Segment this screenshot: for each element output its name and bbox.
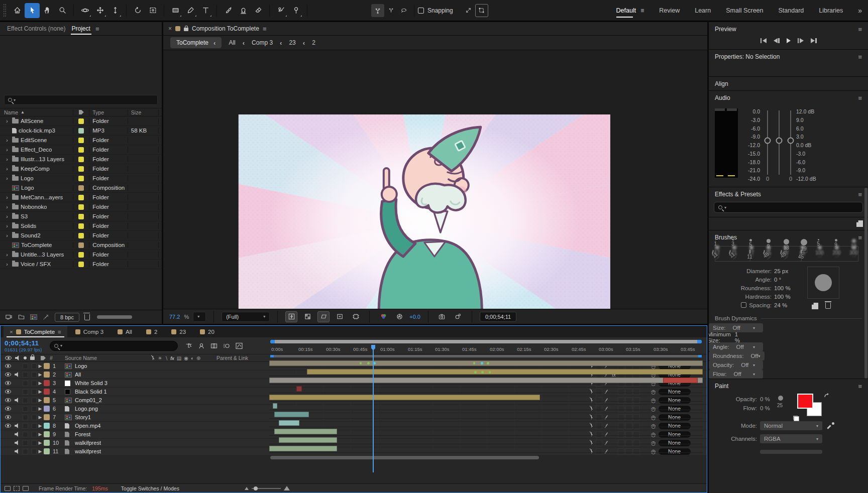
zoom-value[interactable]: 77.2 (169, 314, 180, 320)
layer-bar-lane[interactable] (269, 444, 703, 453)
close-icon[interactable]: × (10, 329, 13, 335)
panel-menu-icon[interactable]: ≡ (858, 383, 862, 390)
layer-video-toggle[interactable] (5, 373, 11, 377)
viewer-stage[interactable] (163, 50, 707, 309)
mask-visibility-button[interactable] (317, 311, 330, 322)
panel-menu-icon[interactable]: ≡ (263, 26, 267, 32)
layer-expand-chevron-icon[interactable]: ▶ (37, 372, 44, 377)
brush-preset[interactable]: 11 (749, 257, 750, 261)
layer-bar-lane[interactable] (269, 410, 703, 419)
layer-label-chip[interactable] (44, 431, 50, 437)
source-name-column-header[interactable]: Source Name (65, 355, 150, 361)
previous-frame-button[interactable] (774, 37, 780, 45)
parent-link-column-header[interactable]: Parent & Link (211, 355, 269, 361)
layer-expand-chevron-icon[interactable]: ▶ (37, 440, 44, 445)
paint-flow-value[interactable]: 0 % (760, 405, 770, 411)
layer-solo-cell[interactable] (23, 372, 28, 378)
horizontal-scrollbar[interactable] (97, 315, 132, 319)
layer-solo-cell[interactable] (23, 398, 28, 403)
expand-chevron-icon[interactable]: › (4, 214, 10, 219)
layer-label-chip[interactable] (44, 423, 50, 429)
project-item-row[interactable]: › Illustr...13 Layers Folder (0, 155, 162, 164)
label-color-chip[interactable] (78, 118, 84, 124)
layer-audio-toggle[interactable] (15, 423, 19, 428)
workspace-tab[interactable]: Review≡ (659, 5, 680, 17)
layer-bar-lane[interactable] (269, 385, 703, 393)
snap-features-button[interactable] (384, 4, 397, 17)
audio-slider-right[interactable]: 0 (790, 110, 791, 175)
brush-tool[interactable] (221, 3, 236, 18)
workspace-overflow-chevron[interactable]: » (858, 7, 862, 15)
layer-duration-bar[interactable] (307, 369, 703, 375)
workspace-menu-icon[interactable]: ≡ (640, 7, 644, 14)
layer-duration-bar[interactable] (279, 420, 299, 426)
brush-preset[interactable]: 300 (852, 253, 856, 257)
project-item-row[interactable]: › Sound2 Folder (0, 231, 162, 240)
layer-expand-chevron-icon[interactable]: ▶ (37, 406, 44, 411)
dynamics-value-dropdown[interactable]: Off▾ (737, 360, 759, 369)
zoom-dropdown[interactable]: ▾ (193, 312, 206, 322)
project-item-row[interactable]: › EditScene Folder (0, 136, 162, 145)
label-color-chip[interactable] (78, 138, 84, 143)
brush-preset[interactable]: 200 (835, 253, 839, 257)
layer-solo-cell[interactable] (23, 381, 28, 386)
label-column-icon[interactable] (41, 356, 46, 360)
label-color-chip[interactable] (78, 214, 84, 219)
layer-audio-toggle[interactable] (15, 432, 19, 437)
zoom-in-mountain-icon[interactable] (284, 486, 290, 490)
layer-audio-toggle[interactable] (15, 398, 19, 403)
layer-lock-cell[interactable] (32, 398, 37, 403)
layer-bar-lane[interactable] (269, 376, 703, 385)
layer-bar-lane[interactable] (269, 402, 703, 410)
brush-property-value[interactable]: 24 % (774, 302, 800, 308)
layer-lock-cell[interactable] (32, 389, 37, 395)
toolbar-grip[interactable] (3, 4, 7, 18)
zoom-out-mountain-icon[interactable] (245, 487, 249, 490)
expand-chevron-icon[interactable]: › (4, 157, 10, 162)
next-frame-button[interactable] (798, 37, 804, 45)
video-column-icon[interactable] (5, 356, 12, 360)
layer-label-chip[interactable] (44, 372, 50, 378)
dynamics-value-dropdown[interactable]: Off▾ (732, 342, 759, 351)
layer-duration-bar[interactable] (269, 378, 703, 383)
label-color-chip[interactable] (78, 223, 84, 229)
brush-property-value[interactable]: 0 ° (774, 277, 800, 283)
pan-camera-tool[interactable] (92, 3, 107, 18)
hide-shy-layers-icon[interactable] (197, 342, 205, 350)
default-colors-icon[interactable] (793, 416, 798, 420)
brush-property-row[interactable]: Diameter: 25 px (715, 267, 800, 275)
first-frame-button[interactable] (761, 37, 767, 45)
mini-flowchart-icon[interactable] (185, 342, 193, 350)
workspace-tab[interactable]: Learn≡ (695, 5, 711, 17)
panel-menu-icon[interactable]: ≡ (58, 329, 61, 335)
column-label[interactable] (74, 110, 88, 114)
panel-menu-icon[interactable]: ≡ (95, 26, 99, 32)
lock-icon[interactable] (184, 28, 188, 31)
keyframe-marker[interactable] (473, 362, 476, 364)
layer-video-toggle[interactable] (5, 424, 11, 428)
timeline-tab[interactable]: × All ≡ (112, 326, 138, 337)
layer-expand-chevron-icon[interactable]: ▶ (37, 415, 44, 420)
project-item-row[interactable]: › MetCann...ayers Folder (0, 193, 162, 202)
label-color-chip[interactable] (78, 176, 84, 181)
dynamics-value-dropdown[interactable]: Off▾ (746, 351, 764, 360)
project-item-row[interactable]: › KeepComp Folder (0, 164, 162, 174)
column-size[interactable]: Size (129, 109, 157, 115)
brush-property-row[interactable]: Roundness: 100 % (715, 284, 800, 292)
layer-audio-toggle[interactable] (15, 372, 19, 377)
project-item-row[interactable]: › AllScene Folder (0, 116, 162, 126)
audio-column-icon[interactable] (15, 355, 20, 360)
new-composition-icon[interactable] (30, 314, 37, 320)
expand-chevron-icon[interactable]: › (4, 176, 10, 181)
layer-label-chip[interactable] (44, 440, 50, 446)
layer-bar-lane[interactable] (269, 436, 703, 444)
layer-lock-cell[interactable] (32, 406, 37, 412)
paint-channels-dropdown[interactable]: RGBA▾ (760, 434, 822, 443)
exposure-value[interactable]: +0.0 (409, 314, 420, 320)
expand-chevron-icon[interactable]: › (4, 166, 10, 172)
layer-solo-cell[interactable] (23, 440, 28, 446)
foreground-color-swatch[interactable] (797, 394, 813, 409)
time-navigator-bar[interactable] (270, 340, 702, 343)
timeline-tab[interactable]: × ToComplete ≡ (4, 326, 67, 337)
brush-property-value[interactable]: 25 px (774, 268, 800, 274)
